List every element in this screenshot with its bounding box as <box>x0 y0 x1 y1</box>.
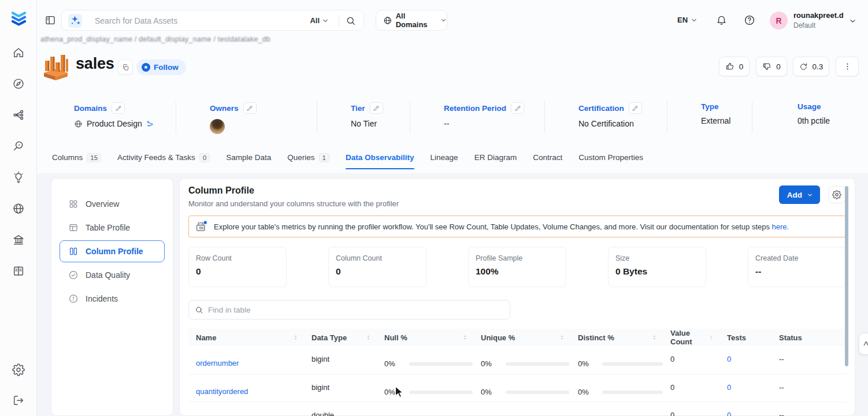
tab-label: Custom Properties <box>578 153 643 162</box>
add-button[interactable]: Add <box>779 185 820 204</box>
sidebar-item-settings[interactable] <box>12 363 25 376</box>
edge-widget-button[interactable] <box>859 333 868 355</box>
tab-columns[interactable]: Columns15 <box>52 146 101 169</box>
breadcrumb[interactable]: athena_prod_display_name / default_displ… <box>40 35 270 43</box>
meta-usage: Usage0th pctile <box>752 98 860 138</box>
sort-icon[interactable] <box>709 333 714 341</box>
column-name-link[interactable]: ordernumber <box>196 359 239 367</box>
entity-metadata-bar: DomainsProduct DesignOwnersTierNo TierRe… <box>40 98 860 138</box>
sparkles-icon[interactable] <box>68 14 82 28</box>
tests-link[interactable]: 0 <box>727 355 731 363</box>
sidebar-item-lineage[interactable] <box>12 109 25 121</box>
column-header-unique-[interactable]: Unique % <box>473 329 570 346</box>
profiler-nav-column-profile[interactable]: Column Profile <box>60 240 165 262</box>
version-button[interactable]: 0.3 <box>793 57 829 76</box>
sort-icon[interactable] <box>462 333 468 341</box>
sidebar-item-glossary[interactable] <box>12 265 25 277</box>
column-header-tests: Tests <box>719 329 771 346</box>
grid-icon <box>68 199 79 209</box>
tab-queries[interactable]: Queries1 <box>287 146 329 169</box>
column-header-distinct-[interactable]: Distinct % <box>570 329 663 346</box>
sidebar-item-govern[interactable] <box>12 233 25 246</box>
tab-lineage[interactable]: Lineage <box>431 146 458 169</box>
profiler-nav-label: Data Quality <box>86 270 130 280</box>
profiler-nav-incidents[interactable]: Incidents <box>60 288 165 310</box>
sidebar-item-explore[interactable] <box>12 77 25 90</box>
sidebar-item-domains[interactable] <box>12 202 25 215</box>
downvote-button[interactable]: 0 <box>756 57 787 76</box>
tab-data-observability[interactable]: Data Observability <box>346 146 414 169</box>
cell-unique-pct: 0% <box>473 346 570 374</box>
column-name-link[interactable]: quantityordered <box>196 387 248 396</box>
cell-data-type: bigint <box>304 346 377 374</box>
pct-value: 0% <box>578 387 594 398</box>
cell-value-count: 0 <box>663 402 719 416</box>
sidebar-item-insights[interactable] <box>12 171 25 184</box>
tab-label: Columns <box>52 153 83 162</box>
search-input[interactable] <box>95 16 285 26</box>
sort-icon[interactable] <box>292 333 299 341</box>
notifications-bell-icon[interactable] <box>716 14 727 25</box>
tests-link[interactable]: 0 <box>727 411 731 416</box>
copy-name-button[interactable] <box>118 60 133 75</box>
athena-table-icon <box>42 51 70 81</box>
sort-icon[interactable] <box>365 333 372 341</box>
profiler-settings-button[interactable] <box>828 186 845 203</box>
tests-link[interactable]: 0 <box>727 383 731 392</box>
search-scope-dropdown[interactable]: All <box>310 16 329 25</box>
edit-domains-button[interactable] <box>112 102 125 114</box>
tab-count-badge: 0 <box>199 153 210 162</box>
search-icon[interactable] <box>346 16 356 26</box>
all-domains-dropdown[interactable]: All Domains <box>376 10 447 31</box>
sidebar-item-logout[interactable] <box>12 394 25 407</box>
find-in-table-input[interactable] <box>208 306 510 314</box>
edit-tier-button[interactable] <box>370 102 383 114</box>
stat-value: 0 <box>336 266 426 277</box>
tab-sample-data[interactable]: Sample Data <box>226 146 271 169</box>
column-header-data-type[interactable]: Data Type <box>304 329 377 346</box>
column-header-value-count[interactable]: Value Count <box>663 329 719 346</box>
sidebar-item-home[interactable] <box>12 46 25 59</box>
tab-er-diagram[interactable]: ER Diagram <box>474 146 517 169</box>
global-search[interactable]: All <box>61 10 364 31</box>
cell-name: quantityordered <box>188 374 304 402</box>
gear-icon <box>832 190 841 199</box>
edit-owners-button[interactable] <box>243 102 257 114</box>
column-header-null-[interactable]: Null % <box>377 329 473 346</box>
column-header-label: Distinct % <box>578 333 614 342</box>
profiler-nav-table-profile[interactable]: Table Profile <box>60 217 165 239</box>
share-icon[interactable] <box>146 120 154 128</box>
owner-avatar[interactable] <box>210 119 225 134</box>
help-icon[interactable] <box>744 14 755 26</box>
stat-label: Size <box>615 254 706 262</box>
sidebar-toggle-icon[interactable] <box>44 14 56 26</box>
vertical-scrollbar[interactable] <box>845 186 848 366</box>
app-logo[interactable] <box>10 9 28 28</box>
follow-button[interactable]: Follow <box>136 60 186 75</box>
tab-label: Activity Feeds & Tasks <box>117 153 195 162</box>
column-header-label: Tests <box>727 333 746 342</box>
meta-value-text[interactable]: Product Design <box>87 119 142 128</box>
columns-icon <box>68 246 79 257</box>
tab-contract[interactable]: Contract <box>533 146 562 169</box>
banner-here-link[interactable]: here. <box>772 222 789 231</box>
profiler-banner-icon <box>194 220 208 233</box>
user-avatar[interactable]: R <box>770 12 788 29</box>
column-header-status: Status <box>771 329 847 346</box>
profiler-nav-overview[interactable]: Overview <box>60 193 165 215</box>
column-header-name[interactable]: Name <box>188 329 304 346</box>
find-in-table[interactable] <box>188 300 510 320</box>
edit-certification-button[interactable] <box>629 102 642 114</box>
tab-activity-feeds-tasks[interactable]: Activity Feeds & Tasks0 <box>117 146 210 169</box>
profiler-nav-data-quality[interactable]: Data Quality <box>60 264 165 286</box>
user-menu-chevron-icon[interactable] <box>849 17 856 25</box>
tab-custom-properties[interactable]: Custom Properties <box>578 146 643 169</box>
sort-icon[interactable] <box>651 333 658 341</box>
globe-icon <box>74 120 83 128</box>
more-actions-button[interactable] <box>836 57 859 76</box>
sort-icon[interactable] <box>559 333 565 341</box>
upvote-button[interactable]: 0 <box>719 57 750 76</box>
language-dropdown[interactable]: EN <box>677 16 698 24</box>
edit-retention-period-button[interactable] <box>511 102 524 114</box>
sidebar-item-observability[interactable] <box>12 140 25 153</box>
